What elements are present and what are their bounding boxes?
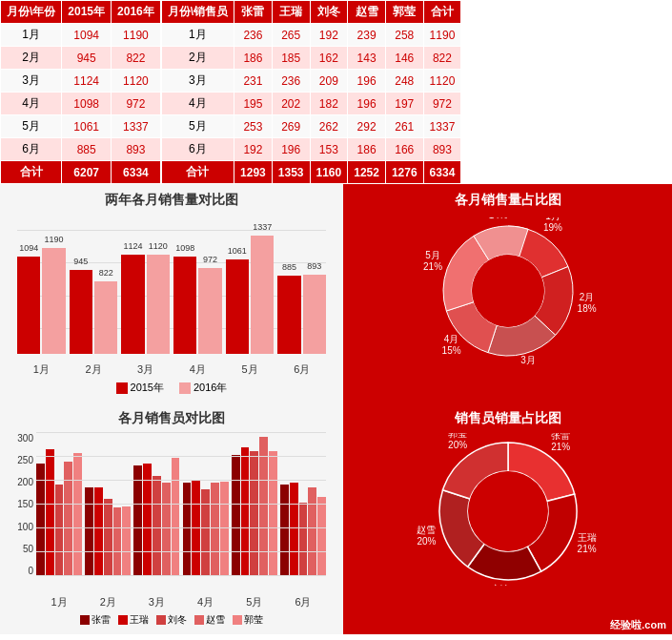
- legend-2015: 2015年: [116, 381, 164, 395]
- chart1-title: 两年各月销售量对比图: [8, 192, 336, 209]
- svg-text:王瑞: 王瑞: [577, 532, 596, 543]
- svg-point-0: [472, 255, 544, 327]
- svg-text:4月: 4月: [443, 334, 458, 344]
- salesperson-sales-table: 月份\销售员张雷王瑞刘冬赵雪郭莹合计 1月2362651922392581190…: [161, 0, 462, 184]
- legend-2016: 2016年: [179, 381, 227, 395]
- yearly-sales-table: 月份\年份 2015年 2016年 1月109411902月9458223月11…: [0, 0, 161, 184]
- chart2-svg: 1月19%2月18%3月18%4月15%5月21%6月14%: [413, 217, 603, 365]
- chart3-title: 各月销售员对比图: [8, 410, 336, 427]
- chart-monthly-pie: 各月销售量占比图 1月19%2月18%3月18%4月15%5月21%6月14%: [343, 184, 672, 403]
- svg-text:5月: 5月: [425, 250, 440, 260]
- charts-row-1: 两年各月销售量对比图 10941190945822112411201098972…: [0, 184, 672, 403]
- svg-text:14%: 14%: [488, 217, 507, 220]
- svg-text:刘冬: 刘冬: [493, 584, 512, 586]
- chart4-pie-wrap: 张雷21%王瑞21%刘冬18%赵雪20%郭莹20%: [351, 433, 664, 586]
- svg-text:15%: 15%: [441, 345, 460, 356]
- table1-wrap: 月份\年份 2015年 2016年 1月109411902月9458223月11…: [0, 0, 161, 184]
- svg-text:20%: 20%: [417, 536, 436, 547]
- svg-text:3月: 3月: [520, 355, 536, 365]
- svg-text:21%: 21%: [423, 261, 442, 272]
- chart-salesperson-pie: 销售员销量占比图 张雷21%王瑞21%刘冬18%赵雪20%郭莹20% 经验啦.c…: [343, 403, 672, 634]
- svg-text:19%: 19%: [542, 222, 561, 233]
- table2-wrap: 月份\销售员张雷王瑞刘冬赵雪郭莹合计 1月2362651922392581190…: [161, 0, 462, 184]
- svg-text:张雷: 张雷: [551, 433, 570, 441]
- charts-row-2: 各月销售员对比图 300250200150100500 1月2月3月4月5月6月…: [0, 403, 672, 634]
- svg-text:2月: 2月: [579, 292, 594, 302]
- chart-yearly-comparison: 两年各月销售量对比图 10941190945822112411201098972…: [0, 184, 343, 403]
- svg-text:20%: 20%: [448, 440, 467, 450]
- svg-text:郭莹: 郭莹: [448, 433, 467, 439]
- chart2-title: 各月销售量占比图: [351, 192, 664, 209]
- svg-text:21%: 21%: [577, 544, 596, 554]
- chart2-pie-wrap: 1月19%2月18%3月18%4月15%5月21%6月14%: [351, 215, 664, 367]
- svg-text:1月: 1月: [545, 217, 560, 221]
- col-2015: 2015年: [62, 1, 112, 24]
- svg-text:21%: 21%: [551, 442, 570, 452]
- svg-text:赵雪: 赵雪: [417, 525, 436, 535]
- chart4-svg: 张雷21%王瑞21%刘冬18%赵雪20%郭莹20%: [403, 433, 613, 586]
- chart4-title: 销售员销量占比图: [351, 410, 664, 427]
- tables-section: 月份\年份 2015年 2016年 1月109411902月9458223月11…: [0, 0, 672, 184]
- col-month-year: 月份\年份: [1, 1, 62, 24]
- watermark: 经验啦.com: [610, 618, 666, 632]
- col-2016: 2016年: [112, 1, 161, 24]
- chart-salesperson-comparison: 各月销售员对比图 300250200150100500 1月2月3月4月5月6月…: [0, 403, 343, 634]
- svg-point-13: [468, 471, 548, 551]
- svg-text:18%: 18%: [577, 303, 596, 314]
